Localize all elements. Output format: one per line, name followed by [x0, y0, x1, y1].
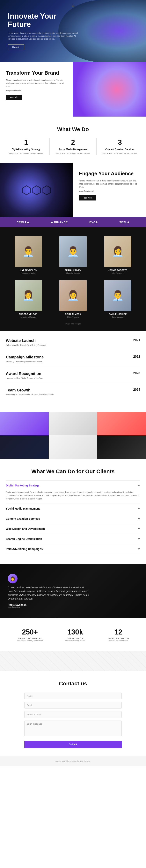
footer: Sample text. Click to select the Text El… [0, 756, 146, 766]
timeline-title-2022: Campaign Milestone [6, 355, 133, 360]
team-avatar-samuel-schick: 👨‍💼 [104, 280, 131, 311]
logo-binance: ◈ BINANCE [51, 221, 68, 224]
team-role-celia-almeda: Office Manager [53, 316, 93, 318]
team-name-celia-almeda: CELIA ALMEDA [53, 313, 93, 315]
testimonial-role: Vice President [8, 606, 90, 609]
hamburger-icon[interactable]: ☰ [71, 3, 75, 7]
transform-more-button[interactable]: More Info [6, 95, 22, 100]
service-divider-1 [49, 138, 50, 155]
abstract-decoration [0, 651, 146, 671]
gallery-item-4 [0, 435, 49, 459]
timeline-item-2022: Campaign Milestone Reaching 1 Million Im… [6, 355, 140, 367]
logo-tesla: TESLA [120, 221, 129, 224]
accordion-icon-paid: ∨ [138, 547, 140, 551]
logo-evga: EVGA [89, 221, 98, 224]
gallery-item-3 [97, 412, 146, 435]
accordion-label-seo: Search Engine Optimization [6, 537, 42, 540]
transform-image-credit: Image from Freepik [6, 90, 67, 92]
logos-section: CROLLA ◈ BINANCE EVGA TESLA [0, 217, 146, 227]
service-text-3: Sample text. Click to select the Text El… [102, 152, 138, 155]
service-item-1: 1 Digital Marketing Strategy Sample text… [8, 138, 44, 155]
timeline-title-2021: Website Launch [6, 338, 133, 343]
team-image-credit: Image from Freepik [6, 321, 140, 325]
team-avatar-celia-almeda: 👩‍💼 [59, 280, 87, 311]
services-grid: 1 Digital Marketing Strategy Sample text… [6, 138, 140, 155]
accordion-content-digital: Social Media Management. Na vos talmata … [6, 491, 140, 503]
timeline-desc-2022: Reaching 1 Million Impressions in a Mont… [6, 361, 133, 363]
accordion-label-webdesign: Web Design and Development [6, 527, 45, 530]
stat-clients-sublabel: Brands Partnering with us [65, 640, 85, 642]
phone-input[interactable] [24, 711, 122, 718]
engage-read-more-button[interactable]: Read More [79, 195, 96, 200]
accordion-header-paid[interactable]: Paid Advertising Campaigns ∨ [6, 544, 140, 554]
message-input[interactable] [24, 720, 122, 736]
engage-title: Engage Your Audience [79, 170, 140, 177]
service-item-3: 3 Content Creation Services Sample text.… [102, 138, 138, 155]
accordion-header-webdesign[interactable]: Web Design and Development ∨ [6, 524, 140, 534]
stat-projects-label: PROJECTS COMPLETED [17, 638, 43, 640]
transform-section: Transform Your Brand At vero eos et accu… [0, 62, 146, 117]
hero-section: Innovate Your Future Lorem ipsum dolor s… [0, 0, 146, 62]
timeline-desc-2024: Welcoming 10 New Talented Professionals … [6, 394, 133, 396]
team-role-phoebe-nelson: Advertising Manager [9, 316, 48, 318]
timeline-left-2021: Website Launch Celebrating Our Client's … [6, 338, 133, 346]
timeline-item-2024: Team Growth Welcoming 10 New Talented Pr… [6, 388, 140, 400]
contact-title: Contact us [6, 681, 140, 687]
timeline-item-2023: Award Recognition Honored as Best Digita… [6, 371, 140, 383]
service-accordion: Digital Marketing Strategy ∨ Social Medi… [6, 480, 140, 554]
logo-crolla: CROLLA [17, 221, 29, 224]
services-list-title: What We Can Do for Our Clients [6, 468, 140, 474]
timeline-title-2024: Team Growth [6, 388, 133, 393]
stats-section: 250+ PROJECTS COMPLETED Successful Campa… [0, 618, 146, 651]
email-field-wrapper [24, 702, 122, 709]
accordion-header-digital[interactable]: Digital Marketing Strategy ∨ [6, 480, 140, 491]
engage-bg-decoration: ⬡⬡⬡ [0, 163, 73, 217]
service-item-2: 2 Social Media Management Sample text. C… [55, 138, 91, 155]
contact-form: Submit [24, 692, 122, 748]
hero-content: Innovate Your Future Lorem ipsum dolor s… [8, 12, 78, 50]
stat-years: 12 YEARS OF EXPERTISE Years in Digital I… [108, 628, 129, 642]
testimonial-content: 👩 "Lorem pulvinar pellentesque habitant … [8, 574, 90, 609]
team-member-frank-kinney: 👨‍💼 FRANK KINNEY Financial Director [51, 233, 95, 277]
accordion-item-seo: Search Engine Optimization ∨ [6, 534, 140, 544]
team-member-jennie-roberts: 👩‍💼 JENNIE ROBERTS Vice President [95, 233, 140, 277]
stat-years-sublabel: Years in Digital Innovation [108, 640, 129, 642]
accordion-label-paid: Paid Advertising Campaigns [6, 548, 43, 551]
testimonial-avatar: 👩 [8, 574, 18, 583]
name-input[interactable] [24, 692, 122, 699]
hero-contacts-button[interactable]: Contacts [8, 44, 24, 50]
stat-projects-sublabel: Successful Campaigns Delivered [17, 640, 43, 642]
team-name-nat-reynolds: NAT REYNOLDS [9, 269, 48, 271]
team-grid: 👨‍💼 NAT REYNOLDS Accountant/Auditor 👨‍💼 … [6, 233, 140, 321]
accordion-label-content: Content Creation Services [6, 517, 40, 520]
team-name-jennie-roberts: JENNIE ROBERTS [98, 269, 137, 271]
phone-field-wrapper [24, 711, 122, 718]
submit-button[interactable]: Submit [24, 741, 122, 748]
email-input[interactable] [24, 702, 122, 709]
accordion-header-content[interactable]: Content Creation Services ∨ [6, 514, 140, 524]
engage-image: ⬡⬡⬡ [0, 163, 73, 217]
timeline-title-2023: Award Recognition [6, 371, 133, 376]
footer-text: Sample text. Click to select the Text El… [6, 760, 140, 763]
accordion-label-digital: Digital Marketing Strategy [6, 484, 40, 487]
team-role-nat-reynolds: Accountant/Auditor [9, 272, 48, 274]
team-photo-frank-kinney: 👨‍💼 [59, 236, 87, 267]
accordion-header-social[interactable]: Social Media Management ∨ [6, 504, 140, 514]
engage-cubes-icon: ⬡⬡⬡ [21, 183, 52, 197]
testimonial-quote: "Lorem pulvinar pellentesque habitant mo… [8, 586, 90, 601]
engage-text: At vero eos et accusam et justo duo dolo… [79, 179, 140, 189]
accordion-item-social: Social Media Management ∨ [6, 504, 140, 514]
accordion-icon-seo: ∨ [138, 537, 140, 541]
timeline-year-2023: 2023 [133, 371, 140, 375]
service-title-1: Digital Marketing Strategy [8, 148, 44, 151]
transform-decorative-bg [73, 62, 146, 117]
gallery-img-6 [97, 435, 146, 459]
team-role-jennie-roberts: Vice President [98, 272, 137, 274]
accordion-icon-digital: ∨ [138, 484, 140, 488]
transform-left: Transform Your Brand At vero eos et accu… [0, 62, 73, 117]
team-photo-nat-reynolds: 👨‍💼 [15, 236, 42, 267]
timeline-left-2022: Campaign Milestone Reaching 1 Million Im… [6, 355, 133, 363]
stat-projects-number: 250+ [17, 628, 43, 636]
service-title-3: Content Creation Services [102, 148, 138, 151]
accordion-header-seo[interactable]: Search Engine Optimization ∨ [6, 534, 140, 544]
